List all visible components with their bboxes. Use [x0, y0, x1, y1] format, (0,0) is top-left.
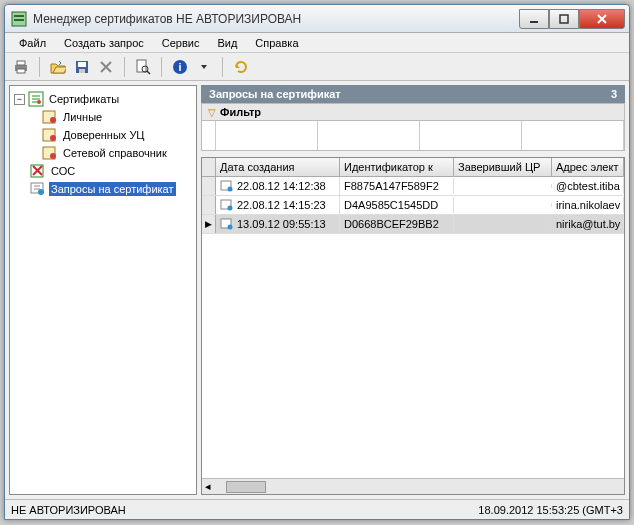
- collapse-icon[interactable]: −: [14, 94, 25, 105]
- preview-icon[interactable]: [133, 57, 153, 77]
- dropdown-icon[interactable]: [194, 57, 214, 77]
- panel-title-text: Запросы на сертификат: [209, 88, 341, 100]
- app-icon: [11, 11, 27, 27]
- svg-point-30: [228, 206, 233, 211]
- tree-label: Сетевой справочник: [61, 146, 169, 160]
- menu-create-request[interactable]: Создать запрос: [56, 35, 152, 51]
- info-icon[interactable]: i: [170, 57, 190, 77]
- cell-date: 13.09.12 09:55:13: [216, 215, 340, 233]
- cell-date: 22.08.12 14:15:23: [216, 196, 340, 214]
- filter-col[interactable]: [318, 121, 420, 150]
- filter-col[interactable]: [420, 121, 522, 150]
- svg-point-23: [50, 153, 56, 159]
- cert-icon: [42, 127, 58, 143]
- cell-signer: [454, 203, 552, 207]
- svg-line-13: [147, 71, 150, 74]
- filter-label: Фильтр: [220, 106, 261, 118]
- cert-icon: [42, 145, 58, 161]
- tree-label: СОС: [49, 164, 77, 178]
- row-marker: [202, 177, 216, 195]
- save-icon[interactable]: [72, 57, 92, 77]
- right-panel: Запросы на сертификат 3 ▽ Фильтр Дата со…: [201, 85, 625, 495]
- row-marker-header: [202, 158, 216, 176]
- filter-col[interactable]: [522, 121, 624, 150]
- cell-id: D4A9585C1545DD: [340, 197, 454, 213]
- titlebar[interactable]: Менеджер сертификатов НЕ АВТОРИЗИРОВАН: [5, 5, 629, 33]
- col-date[interactable]: Дата создания: [216, 158, 340, 176]
- tree-label: Запросы на сертификат: [49, 182, 176, 196]
- svg-rect-10: [79, 69, 85, 73]
- refresh-icon[interactable]: [231, 57, 251, 77]
- filter-marker-col: [202, 121, 216, 150]
- scroll-left-icon[interactable]: ◂: [202, 480, 214, 493]
- filter-body[interactable]: [201, 121, 625, 151]
- svg-point-21: [50, 135, 56, 141]
- tree-label: Доверенных УЦ: [61, 128, 147, 142]
- separator: [222, 57, 223, 77]
- separator: [124, 57, 125, 77]
- status-datetime: 18.09.2012 15:53:25 (GMT+3: [478, 504, 623, 516]
- body: − Сертификаты Личные Доверенных УЦ Сетев…: [5, 81, 629, 499]
- request-icon: [220, 179, 234, 193]
- separator: [39, 57, 40, 77]
- menu-help[interactable]: Справка: [247, 35, 306, 51]
- svg-rect-7: [17, 69, 25, 73]
- tree-cos[interactable]: СОС: [12, 162, 194, 180]
- print-icon[interactable]: [11, 57, 31, 77]
- close-button[interactable]: [579, 9, 625, 29]
- cell-signer: [454, 184, 552, 188]
- svg-rect-9: [78, 62, 86, 67]
- data-grid[interactable]: Дата создания Идентификатор к Заверивший…: [201, 157, 625, 495]
- cell-signer: [454, 222, 552, 226]
- cell-email: irina.nikolaev: [552, 197, 624, 213]
- tree-network-directory[interactable]: Сетевой справочник: [12, 144, 194, 162]
- svg-point-17: [37, 100, 41, 104]
- filter-header[interactable]: ▽ Фильтр: [201, 103, 625, 121]
- tree-root-certificates[interactable]: − Сертификаты: [12, 90, 194, 108]
- expand-icon[interactable]: ▽: [208, 107, 216, 118]
- panel-title: Запросы на сертификат 3: [201, 85, 625, 103]
- statusbar: НЕ АВТОРИЗИРОВАН 18.09.2012 15:53:25 (GM…: [5, 499, 629, 519]
- table-row[interactable]: 22.08.12 14:12:38 F8875A147F589F2 @cbtes…: [202, 177, 624, 196]
- cell-id: F8875A147F589F2: [340, 178, 454, 194]
- svg-point-32: [228, 225, 233, 230]
- tree-label: Личные: [61, 110, 104, 124]
- menu-view[interactable]: Вид: [209, 35, 245, 51]
- col-id[interactable]: Идентификатор к: [340, 158, 454, 176]
- delete-icon[interactable]: [96, 57, 116, 77]
- open-icon[interactable]: [48, 57, 68, 77]
- tree-trusted-ca[interactable]: Доверенных УЦ: [12, 126, 194, 144]
- row-marker: [202, 196, 216, 214]
- window-buttons: [519, 9, 625, 29]
- window-title: Менеджер сертификатов НЕ АВТОРИЗИРОВАН: [33, 12, 519, 26]
- svg-rect-6: [17, 61, 25, 65]
- grid-header: Дата создания Идентификатор к Заверивший…: [202, 158, 624, 177]
- svg-rect-3: [530, 21, 538, 23]
- scroll-thumb[interactable]: [226, 481, 266, 493]
- tree-requests[interactable]: Запросы на сертификат: [12, 180, 194, 198]
- minimize-button[interactable]: [519, 9, 549, 29]
- col-email[interactable]: Адрес элект: [552, 158, 624, 176]
- cell-email: nirika@tut.by: [552, 216, 624, 232]
- request-icon: [220, 198, 234, 212]
- tree-panel[interactable]: − Сертификаты Личные Доверенных УЦ Сетев…: [9, 85, 197, 495]
- svg-rect-4: [560, 15, 568, 23]
- table-row[interactable]: 22.08.12 14:15:23 D4A9585C1545DD irina.n…: [202, 196, 624, 215]
- menu-file[interactable]: Файл: [11, 35, 54, 51]
- cell-date: 22.08.12 14:12:38: [216, 177, 340, 195]
- maximize-button[interactable]: [549, 9, 579, 29]
- grid-empty-area: [202, 234, 624, 478]
- tree-personal[interactable]: Личные: [12, 108, 194, 126]
- col-signer[interactable]: Заверивший ЦР: [454, 158, 552, 176]
- svg-text:i: i: [178, 61, 181, 73]
- table-row[interactable]: ▶ 13.09.12 09:55:13 D0668BCEF29BB2 nirik…: [202, 215, 624, 234]
- request-icon: [220, 217, 234, 231]
- menubar: Файл Создать запрос Сервис Вид Справка: [5, 33, 629, 53]
- cert-icon: [28, 91, 44, 107]
- toolbar: i: [5, 53, 629, 81]
- svg-point-28: [228, 187, 233, 192]
- filter-col[interactable]: [216, 121, 318, 150]
- svg-point-26: [38, 189, 44, 195]
- menu-service[interactable]: Сервис: [154, 35, 208, 51]
- horizontal-scrollbar[interactable]: ◂: [202, 478, 624, 494]
